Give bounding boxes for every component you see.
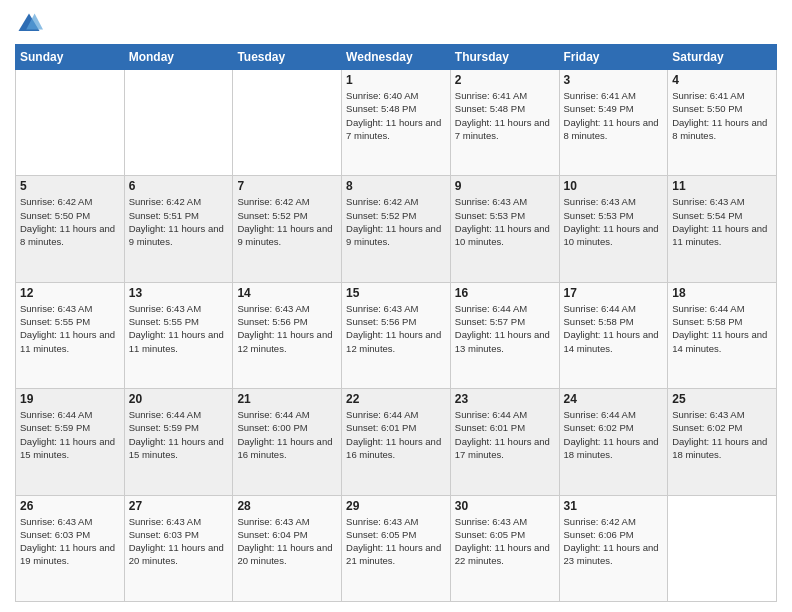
calendar-cell: 14Sunrise: 6:43 AMSunset: 5:56 PMDayligh… xyxy=(233,282,342,388)
calendar-cell: 26Sunrise: 6:43 AMSunset: 6:03 PMDayligh… xyxy=(16,495,125,601)
day-number: 23 xyxy=(455,392,555,406)
day-number: 10 xyxy=(564,179,664,193)
weekday-header-friday: Friday xyxy=(559,45,668,70)
day-number: 11 xyxy=(672,179,772,193)
calendar-cell: 3Sunrise: 6:41 AMSunset: 5:49 PMDaylight… xyxy=(559,70,668,176)
day-number: 26 xyxy=(20,499,120,513)
logo-icon xyxy=(15,10,43,38)
calendar-cell: 24Sunrise: 6:44 AMSunset: 6:02 PMDayligh… xyxy=(559,389,668,495)
page: SundayMondayTuesdayWednesdayThursdayFrid… xyxy=(0,0,792,612)
weekday-header-sunday: Sunday xyxy=(16,45,125,70)
day-info: Sunrise: 6:44 AMSunset: 6:02 PMDaylight:… xyxy=(564,408,664,461)
calendar-cell: 17Sunrise: 6:44 AMSunset: 5:58 PMDayligh… xyxy=(559,282,668,388)
day-number: 30 xyxy=(455,499,555,513)
calendar-cell: 22Sunrise: 6:44 AMSunset: 6:01 PMDayligh… xyxy=(342,389,451,495)
day-info: Sunrise: 6:44 AMSunset: 5:59 PMDaylight:… xyxy=(20,408,120,461)
calendar-header: SundayMondayTuesdayWednesdayThursdayFrid… xyxy=(16,45,777,70)
day-info: Sunrise: 6:43 AMSunset: 6:03 PMDaylight:… xyxy=(20,515,120,568)
day-info: Sunrise: 6:42 AMSunset: 5:52 PMDaylight:… xyxy=(237,195,337,248)
day-number: 8 xyxy=(346,179,446,193)
day-info: Sunrise: 6:43 AMSunset: 5:54 PMDaylight:… xyxy=(672,195,772,248)
calendar-cell: 9Sunrise: 6:43 AMSunset: 5:53 PMDaylight… xyxy=(450,176,559,282)
day-number: 19 xyxy=(20,392,120,406)
day-number: 22 xyxy=(346,392,446,406)
calendar-week-0: 1Sunrise: 6:40 AMSunset: 5:48 PMDaylight… xyxy=(16,70,777,176)
day-number: 24 xyxy=(564,392,664,406)
day-number: 16 xyxy=(455,286,555,300)
day-info: Sunrise: 6:43 AMSunset: 5:56 PMDaylight:… xyxy=(237,302,337,355)
day-number: 2 xyxy=(455,73,555,87)
day-number: 17 xyxy=(564,286,664,300)
day-number: 28 xyxy=(237,499,337,513)
day-info: Sunrise: 6:43 AMSunset: 5:53 PMDaylight:… xyxy=(564,195,664,248)
day-info: Sunrise: 6:43 AMSunset: 5:55 PMDaylight:… xyxy=(129,302,229,355)
calendar-cell: 28Sunrise: 6:43 AMSunset: 6:04 PMDayligh… xyxy=(233,495,342,601)
calendar-cell: 13Sunrise: 6:43 AMSunset: 5:55 PMDayligh… xyxy=(124,282,233,388)
day-number: 6 xyxy=(129,179,229,193)
calendar-cell: 10Sunrise: 6:43 AMSunset: 5:53 PMDayligh… xyxy=(559,176,668,282)
weekday-header-saturday: Saturday xyxy=(668,45,777,70)
day-number: 13 xyxy=(129,286,229,300)
calendar-week-1: 5Sunrise: 6:42 AMSunset: 5:50 PMDaylight… xyxy=(16,176,777,282)
calendar-cell: 27Sunrise: 6:43 AMSunset: 6:03 PMDayligh… xyxy=(124,495,233,601)
calendar-cell: 5Sunrise: 6:42 AMSunset: 5:50 PMDaylight… xyxy=(16,176,125,282)
calendar-cell: 18Sunrise: 6:44 AMSunset: 5:58 PMDayligh… xyxy=(668,282,777,388)
day-number: 1 xyxy=(346,73,446,87)
day-info: Sunrise: 6:41 AMSunset: 5:48 PMDaylight:… xyxy=(455,89,555,142)
day-info: Sunrise: 6:44 AMSunset: 6:01 PMDaylight:… xyxy=(455,408,555,461)
day-number: 20 xyxy=(129,392,229,406)
weekday-header-tuesday: Tuesday xyxy=(233,45,342,70)
calendar-cell xyxy=(124,70,233,176)
day-info: Sunrise: 6:41 AMSunset: 5:50 PMDaylight:… xyxy=(672,89,772,142)
calendar-cell: 12Sunrise: 6:43 AMSunset: 5:55 PMDayligh… xyxy=(16,282,125,388)
calendar-cell xyxy=(233,70,342,176)
day-info: Sunrise: 6:44 AMSunset: 5:58 PMDaylight:… xyxy=(672,302,772,355)
day-number: 15 xyxy=(346,286,446,300)
day-info: Sunrise: 6:43 AMSunset: 6:04 PMDaylight:… xyxy=(237,515,337,568)
day-number: 18 xyxy=(672,286,772,300)
calendar-cell: 23Sunrise: 6:44 AMSunset: 6:01 PMDayligh… xyxy=(450,389,559,495)
day-info: Sunrise: 6:42 AMSunset: 5:51 PMDaylight:… xyxy=(129,195,229,248)
calendar-cell: 25Sunrise: 6:43 AMSunset: 6:02 PMDayligh… xyxy=(668,389,777,495)
day-info: Sunrise: 6:44 AMSunset: 5:59 PMDaylight:… xyxy=(129,408,229,461)
calendar: SundayMondayTuesdayWednesdayThursdayFrid… xyxy=(15,44,777,602)
calendar-cell: 15Sunrise: 6:43 AMSunset: 5:56 PMDayligh… xyxy=(342,282,451,388)
day-info: Sunrise: 6:43 AMSunset: 6:05 PMDaylight:… xyxy=(455,515,555,568)
day-number: 3 xyxy=(564,73,664,87)
day-info: Sunrise: 6:41 AMSunset: 5:49 PMDaylight:… xyxy=(564,89,664,142)
day-info: Sunrise: 6:44 AMSunset: 6:00 PMDaylight:… xyxy=(237,408,337,461)
day-number: 7 xyxy=(237,179,337,193)
day-info: Sunrise: 6:42 AMSunset: 5:50 PMDaylight:… xyxy=(20,195,120,248)
calendar-cell: 31Sunrise: 6:42 AMSunset: 6:06 PMDayligh… xyxy=(559,495,668,601)
calendar-cell: 19Sunrise: 6:44 AMSunset: 5:59 PMDayligh… xyxy=(16,389,125,495)
day-info: Sunrise: 6:43 AMSunset: 5:55 PMDaylight:… xyxy=(20,302,120,355)
calendar-cell xyxy=(16,70,125,176)
day-number: 31 xyxy=(564,499,664,513)
calendar-cell: 6Sunrise: 6:42 AMSunset: 5:51 PMDaylight… xyxy=(124,176,233,282)
day-number: 21 xyxy=(237,392,337,406)
day-number: 25 xyxy=(672,392,772,406)
day-number: 12 xyxy=(20,286,120,300)
calendar-week-4: 26Sunrise: 6:43 AMSunset: 6:03 PMDayligh… xyxy=(16,495,777,601)
day-number: 29 xyxy=(346,499,446,513)
weekday-header-monday: Monday xyxy=(124,45,233,70)
calendar-cell: 1Sunrise: 6:40 AMSunset: 5:48 PMDaylight… xyxy=(342,70,451,176)
day-info: Sunrise: 6:42 AMSunset: 6:06 PMDaylight:… xyxy=(564,515,664,568)
calendar-cell: 4Sunrise: 6:41 AMSunset: 5:50 PMDaylight… xyxy=(668,70,777,176)
day-info: Sunrise: 6:42 AMSunset: 5:52 PMDaylight:… xyxy=(346,195,446,248)
day-info: Sunrise: 6:44 AMSunset: 6:01 PMDaylight:… xyxy=(346,408,446,461)
header xyxy=(15,10,777,38)
calendar-cell: 30Sunrise: 6:43 AMSunset: 6:05 PMDayligh… xyxy=(450,495,559,601)
calendar-cell: 21Sunrise: 6:44 AMSunset: 6:00 PMDayligh… xyxy=(233,389,342,495)
logo xyxy=(15,10,47,38)
calendar-cell: 8Sunrise: 6:42 AMSunset: 5:52 PMDaylight… xyxy=(342,176,451,282)
day-number: 27 xyxy=(129,499,229,513)
day-info: Sunrise: 6:43 AMSunset: 5:53 PMDaylight:… xyxy=(455,195,555,248)
calendar-cell: 16Sunrise: 6:44 AMSunset: 5:57 PMDayligh… xyxy=(450,282,559,388)
day-info: Sunrise: 6:43 AMSunset: 6:05 PMDaylight:… xyxy=(346,515,446,568)
weekday-header-wednesday: Wednesday xyxy=(342,45,451,70)
day-number: 4 xyxy=(672,73,772,87)
day-info: Sunrise: 6:40 AMSunset: 5:48 PMDaylight:… xyxy=(346,89,446,142)
day-number: 14 xyxy=(237,286,337,300)
weekday-header-thursday: Thursday xyxy=(450,45,559,70)
